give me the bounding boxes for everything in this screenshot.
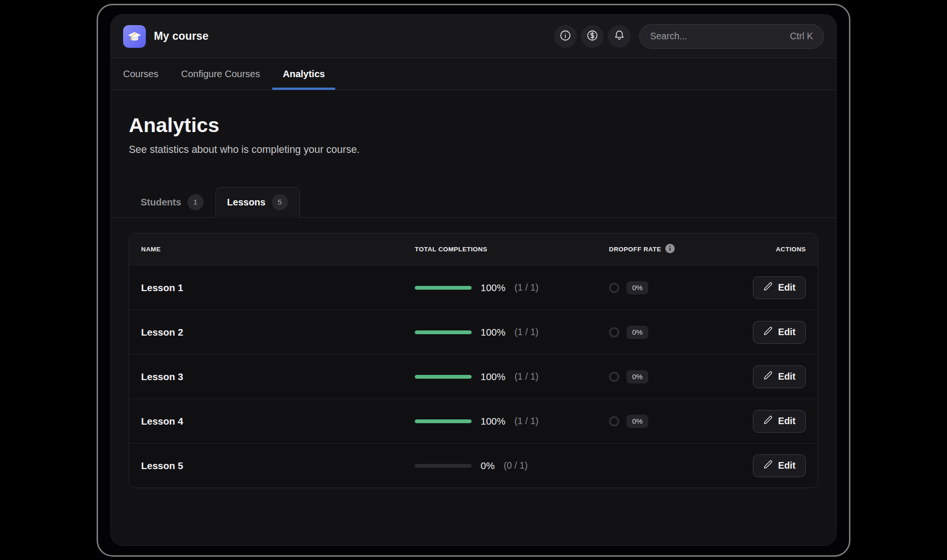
dropoff-cell: 0% [609,326,746,339]
pencil-icon [763,282,773,293]
progress-bar [415,419,472,423]
edit-label: Edit [778,460,795,471]
completions-cell: 100% (1 / 1) [415,327,609,338]
lesson-name: Lesson 5 [141,460,415,471]
lesson-name: Lesson 2 [141,327,415,338]
dropoff-cell: 0% [609,281,746,294]
completions-cell: 100% (1 / 1) [415,282,609,293]
completion-percent: 100% [481,416,505,427]
pencil-icon [763,326,773,338]
edit-button[interactable]: Edit [753,410,806,433]
tab-students[interactable]: Students 1 [129,187,215,217]
completion-percent: 100% [481,371,505,382]
table-row: Lesson 1 100% (1 / 1) 0% [129,265,818,310]
app-title: My course [154,30,209,43]
actions-cell: Edit [746,276,806,299]
main-nav: Courses Configure Courses Analytics [111,58,836,90]
table-row: Lesson 2 100% (1 / 1) 0% [129,310,818,354]
lessons-count-badge: 5 [272,194,288,210]
lessons-table: NAME TOTAL COMPLETIONS DROPOFF RATE ACTI… [129,233,818,488]
dropoff-rate-badge: 0% [626,326,648,339]
notifications-button[interactable] [608,25,631,48]
edit-button[interactable]: Edit [753,276,806,299]
column-dropoff: DROPOFF RATE [609,244,746,255]
dropoff-ring [609,283,619,293]
completions-cell: 0% (0 / 1) [415,460,609,471]
lesson-name: Lesson 1 [141,282,415,293]
column-completions: TOTAL COMPLETIONS [415,246,609,253]
progress-bar [415,375,472,379]
dropoff-rate-badge: 0% [626,415,648,428]
search-shortcut: Ctrl K [790,31,813,42]
tab-students-label: Students [141,197,181,208]
table-header: NAME TOTAL COMPLETIONS DROPOFF RATE ACTI… [129,233,818,265]
edit-label: Edit [778,327,795,338]
table-row: Lesson 5 0% (0 / 1) Edit [129,443,818,488]
progress-bar [415,330,472,334]
actions-cell: Edit [746,321,806,344]
page-subtitle: See statistics about who is completing y… [129,144,818,156]
edit-label: Edit [778,416,795,427]
graduation-cap-icon [123,25,146,48]
tab-lessons[interactable]: Lessons 5 [215,187,300,218]
column-name: NAME [141,246,415,253]
edit-button[interactable]: Edit [753,321,806,344]
students-count-badge: 1 [188,194,204,210]
completion-count: (1 / 1) [514,327,538,338]
nav-tab-configure-courses[interactable]: Configure Courses [170,58,271,89]
app-header: My course [111,15,836,58]
completion-percent: 100% [481,282,505,293]
header-actions: Ctrl K [554,24,824,49]
nav-tab-analytics[interactable]: Analytics [271,58,336,89]
edit-label: Edit [778,371,795,382]
dropoff-rate-badge: 0% [626,281,648,294]
lesson-name: Lesson 4 [141,416,415,427]
progress-bar [415,286,472,290]
progress-bar [415,464,472,468]
info-button[interactable] [554,25,577,48]
lesson-name: Lesson 3 [141,371,415,382]
page-head: Analytics See statistics about who is co… [111,114,836,156]
completions-cell: 100% (1 / 1) [415,416,609,427]
app-panel: My course [110,14,837,546]
completion-count: (1 / 1) [514,416,538,427]
column-actions: ACTIONS [746,246,806,253]
search-input[interactable] [650,31,790,42]
search-box: Ctrl K [639,24,824,49]
actions-cell: Edit [746,365,806,388]
edit-label: Edit [778,282,795,293]
dollar-icon [586,29,599,43]
completions-cell: 100% (1 / 1) [415,371,609,382]
dropoff-ring [609,416,619,427]
stat-tabs: Students 1 Lessons 5 [111,187,836,218]
dropoff-cell: 0% [609,370,746,383]
edit-button[interactable]: Edit [753,454,806,477]
info-filled-icon[interactable] [665,244,675,255]
dropoff-ring [609,372,619,382]
nav-tab-courses[interactable]: Courses [112,58,170,89]
billing-button[interactable] [581,25,604,48]
brand[interactable]: My course [123,25,209,48]
pencil-icon [763,371,773,382]
page-title: Analytics [129,114,818,137]
completion-percent: 0% [481,460,495,471]
pencil-icon [763,460,773,471]
column-dropoff-label: DROPOFF RATE [609,246,661,253]
completion-count: (0 / 1) [504,460,528,471]
actions-cell: Edit [746,454,806,477]
table-row: Lesson 4 100% (1 / 1) 0% [129,399,818,443]
dropoff-cell: 0% [609,415,746,428]
dropoff-rate-badge: 0% [626,370,648,383]
edit-button[interactable]: Edit [753,365,806,388]
pencil-icon [763,415,773,427]
completion-count: (1 / 1) [514,371,538,382]
completion-count: (1 / 1) [514,282,538,293]
info-icon [559,29,572,43]
app-window: My course [97,4,850,557]
actions-cell: Edit [746,410,806,433]
table-row: Lesson 3 100% (1 / 1) 0% [129,354,818,399]
tab-lessons-label: Lessons [227,197,266,208]
dropoff-ring [609,327,619,338]
completion-percent: 100% [481,327,505,338]
bell-icon [613,29,625,43]
